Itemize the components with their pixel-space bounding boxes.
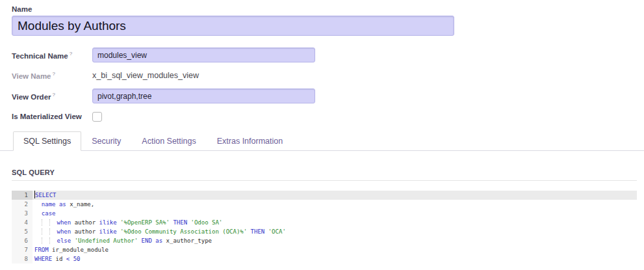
indent-guide [42,237,50,244]
is-materialized-view-label: Is Materialized View [12,113,92,120]
code-line[interactable]: 4 when author ilike '%OpenERP SA%' THEN … [12,218,637,227]
name-field-label: Name [12,5,637,13]
code-token: 'OCA' [268,228,286,235]
code-token: FROM [34,247,49,253]
code-token [50,228,57,235]
code-line[interactable]: 5 when author ilike '%Odoo Community Ass… [12,227,637,236]
name-input[interactable] [12,16,454,36]
field-row-view-name: View Name?x_bi_sql_view_modules_view [12,70,637,81]
sql-query-section-title: SQL QUERY [12,169,637,176]
code-line[interactable]: 2 name as x_name, [12,200,637,209]
indent-guide [34,228,42,235]
code-line-content: case [32,209,637,218]
line-number: 1 [12,191,32,200]
code-line[interactable]: 8WHERE id < 50 [12,254,637,263]
help-icon[interactable]: ? [53,92,55,98]
field-row-is-materialized-view: Is Materialized View [12,111,637,122]
code-token: as [155,237,162,244]
code-token: id [52,256,66,262]
code-line-content: SELECT [32,191,637,200]
code-token: SELECT [35,192,57,198]
code-token: 'Odoo SA' [190,219,222,226]
code-token: x_name, [66,201,94,208]
indent-guide [34,219,42,226]
tab-sql-settings[interactable]: SQL Settings [13,131,81,151]
field-row-view-order: View Order? [12,88,637,103]
code-token: WHERE [34,256,52,262]
code-token: 50 [73,256,81,262]
code-line-content: else 'Undefined Author' END as x_author_… [32,236,637,245]
sql-query-editor[interactable]: 1SELECT2 name as x_name,3 case4 when aut… [12,191,637,263]
code-token: case [42,210,56,217]
code-token: else [57,237,71,244]
tab-action-settings[interactable]: Action Settings [131,131,206,151]
technical-name-label: Technical Name? [12,51,92,60]
view-order-input[interactable] [92,88,315,103]
notebook-tabbar: SQL SettingsSecurityAction SettingsExtra… [0,131,644,151]
code-token [50,219,57,226]
code-token: name [42,201,56,208]
field-row-technical-name: Technical Name? [12,47,637,62]
code-token [34,210,42,217]
indent-guide [42,228,50,235]
code-token: 'Undefined Author' [75,237,138,244]
indent-guide [34,237,42,244]
code-token [50,237,57,244]
line-number: 8 [12,254,32,263]
tab-extras-information[interactable]: Extras Information [207,131,293,151]
section-divider [12,180,637,181]
code-token: when [57,219,71,226]
is-materialized-view-checkbox[interactable] [92,112,102,122]
code-line[interactable]: 7FROM ir_module_module [12,245,637,254]
view-order-label: View Order? [12,92,92,101]
code-token: author [71,228,99,235]
field-rows: Technical Name?View Name?x_bi_sql_view_m… [12,47,637,122]
line-number: 3 [12,209,32,218]
line-number: 6 [12,236,32,245]
code-line-content: WHERE id < 50 [32,254,637,263]
code-token: ir_module_module [49,247,109,253]
technical-name-input[interactable] [92,47,315,62]
form-sheet: Name Technical Name?View Name?x_bi_sql_v… [0,5,644,122]
code-token: x_author_type [162,237,212,244]
indent-guide [42,219,50,226]
code-line-content: name as x_name, [32,200,637,209]
help-icon[interactable]: ? [70,51,72,57]
view-name-value: x_bi_sql_view_modules_view [92,71,199,80]
code-line[interactable]: 3 case [12,209,637,218]
code-token: when [57,228,71,235]
line-number: 4 [12,218,32,227]
code-token: author [71,219,99,226]
code-line-content: when author ilike '%OpenERP SA%' THEN 'O… [32,218,637,227]
code-line[interactable]: 1SELECT [12,191,637,200]
code-token: '%OpenERP SA%' [120,219,170,226]
code-token: THEN [173,219,187,226]
line-number: 2 [12,200,32,209]
line-number: 5 [12,227,32,236]
code-line-content: when author ilike '%Odoo Community Assoc… [32,227,637,236]
view-name-label: View Name? [12,71,92,80]
code-token: ilike [99,228,117,235]
code-line-content: FROM ir_module_module [32,245,637,254]
code-token: '%Odoo Community Association (OCA)%' [120,228,247,235]
code-token: as [59,201,66,208]
code-token: ilike [99,219,117,226]
code-token [34,201,42,208]
code-line[interactable]: 6 else 'Undefined Author' END as x_autho… [12,236,637,245]
code-token: THEN [251,228,265,235]
sql-settings-panel: SQL QUERY 1SELECT2 name as x_name,3 case… [0,169,644,263]
tab-security[interactable]: Security [81,131,131,151]
help-icon[interactable]: ? [53,71,55,77]
code-token: END [142,237,152,244]
line-number: 7 [12,245,32,254]
